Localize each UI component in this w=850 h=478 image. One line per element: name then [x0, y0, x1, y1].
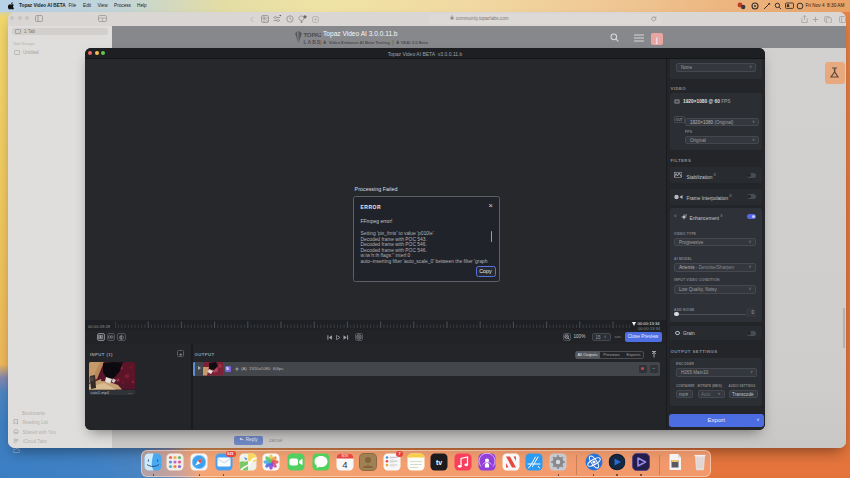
- svg-text:4: 4: [342, 459, 347, 470]
- svg-text:TOPAZ: TOPAZ: [304, 31, 322, 38]
- svg-text:tv: tv: [436, 459, 442, 466]
- svg-text:LABS: LABS: [304, 39, 322, 45]
